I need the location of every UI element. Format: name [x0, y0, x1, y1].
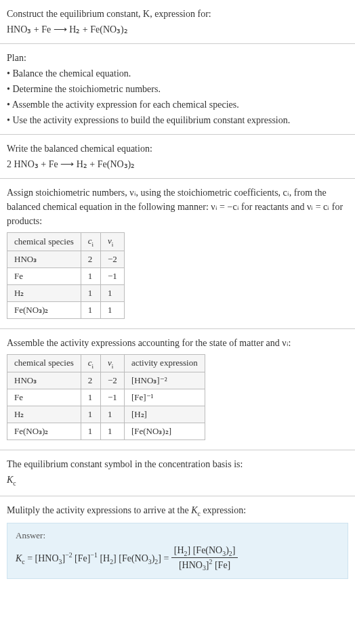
balanced-text: Write the balanced chemical equation: — [7, 142, 348, 156]
multiply-text: Mulitply the activity expressions to arr… — [7, 503, 348, 519]
cell: Fe — [7, 267, 81, 284]
cell: [Fe(NO₃)₂] — [124, 423, 205, 440]
cell: H₂ — [7, 406, 81, 423]
symbol-text: The equilibrium constant symbol in the c… — [7, 457, 348, 471]
plan-section: Plan: • Balance the chemical equation. •… — [0, 44, 355, 135]
answer-expression: Kc = [HNO3]−2 [Fe]−1 [H2] [Fe(NO3)2] = [… — [16, 545, 339, 572]
cell: HNO₃ — [7, 372, 81, 389]
cell: HNO₃ — [7, 251, 81, 267]
cell: 1 — [101, 284, 125, 301]
cell: 1 — [81, 284, 100, 301]
cell: [H₂] — [124, 406, 205, 423]
cell: Fe(NO₃)₂ — [7, 423, 81, 440]
cell: 1 — [81, 301, 100, 318]
table-header-row: chemical species ci νi activity expressi… — [7, 354, 205, 372]
cell: −2 — [101, 372, 125, 389]
activity-text: Assemble the activity expressions accoun… — [7, 336, 348, 350]
question-section: Construct the equilibrium constant, K, e… — [0, 0, 355, 44]
plan-item: • Determine the stoichiometric numbers. — [7, 82, 348, 96]
balanced-section: Write the balanced chemical equation: 2 … — [0, 135, 355, 179]
cell: [Fe]⁻¹ — [124, 389, 205, 406]
cell: Fe — [7, 389, 81, 406]
cell: 1 — [101, 423, 125, 440]
cell: 2 — [81, 372, 100, 389]
col-activity: activity expression — [124, 354, 205, 372]
stoich-section: Assign stoichiometric numbers, νᵢ, using… — [0, 179, 355, 329]
table-row: Fe 1 −1 [Fe]⁻¹ — [7, 389, 205, 406]
plan-title: Plan: — [7, 51, 348, 65]
col-ci: ci — [81, 354, 100, 372]
plan-item: • Balance the chemical equation. — [7, 66, 348, 81]
balanced-equation: 2 HNO₃ + Fe ⟶ H₂ + Fe(NO₃)₂ — [7, 157, 348, 171]
col-species: chemical species — [7, 354, 81, 372]
question-equation: HNO₃ + Fe ⟶ H₂ + Fe(NO₃)₂ — [7, 22, 348, 37]
col-species: chemical species — [7, 233, 81, 251]
fraction-numerator: [H2] [Fe(NO3)2] — [171, 545, 238, 558]
cell: −1 — [101, 389, 125, 406]
cell: Fe(NO₃)₂ — [7, 301, 81, 318]
cell: [HNO₃]⁻² — [124, 372, 205, 389]
cell: −1 — [101, 267, 125, 284]
table-row: Fe(NO₃)₂ 1 1 [Fe(NO₃)₂] — [7, 423, 205, 440]
fraction-denominator: [HNO3]2 [Fe] — [171, 558, 238, 572]
col-nui: νi — [101, 233, 125, 251]
answer-box: Answer: Kc = [HNO3]−2 [Fe]−1 [H2] [Fe(NO… — [7, 523, 348, 579]
cell: 1 — [81, 423, 100, 440]
table-row: Fe(NO₃)₂ 1 1 — [7, 301, 125, 318]
cell: 2 — [81, 251, 100, 267]
cell: H₂ — [7, 284, 81, 301]
activity-table: chemical species ci νi activity expressi… — [7, 354, 205, 441]
col-ci: ci — [81, 233, 100, 251]
cell: 1 — [81, 389, 100, 406]
table-row: H₂ 1 1 — [7, 284, 125, 301]
cell: 1 — [81, 406, 100, 423]
multiply-section: Mulitply the activity expressions to arr… — [0, 496, 355, 585]
table-row: H₂ 1 1 [H₂] — [7, 406, 205, 423]
cell: 1 — [101, 406, 125, 423]
stoich-table: chemical species ci νi HNO₃ 2 −2 Fe 1 −1… — [7, 232, 125, 319]
plan-item: • Use the activity expressions to build … — [7, 113, 348, 127]
table-row: HNO₃ 2 −2 [HNO₃]⁻² — [7, 372, 205, 389]
question-text: Construct the equilibrium constant, K, e… — [7, 7, 348, 21]
plan-item: • Assemble the activity expression for e… — [7, 98, 348, 112]
activity-section: Assemble the activity expressions accoun… — [0, 329, 355, 451]
table-row: Fe 1 −1 — [7, 267, 125, 284]
cell: 1 — [101, 301, 125, 318]
table-header-row: chemical species ci νi — [7, 233, 125, 251]
answer-label: Answer: — [16, 530, 339, 541]
cell: 1 — [81, 267, 100, 284]
fraction: [H2] [Fe(NO3)2] [HNO3]2 [Fe] — [171, 545, 238, 572]
cell: −2 — [101, 251, 125, 267]
symbol-section: The equilibrium constant symbol in the c… — [0, 450, 355, 496]
stoich-text: Assign stoichiometric numbers, νᵢ, using… — [7, 186, 348, 228]
table-row: HNO₃ 2 −2 — [7, 251, 125, 267]
symbol-value: Kc — [7, 473, 348, 488]
col-nui: νi — [101, 354, 125, 372]
